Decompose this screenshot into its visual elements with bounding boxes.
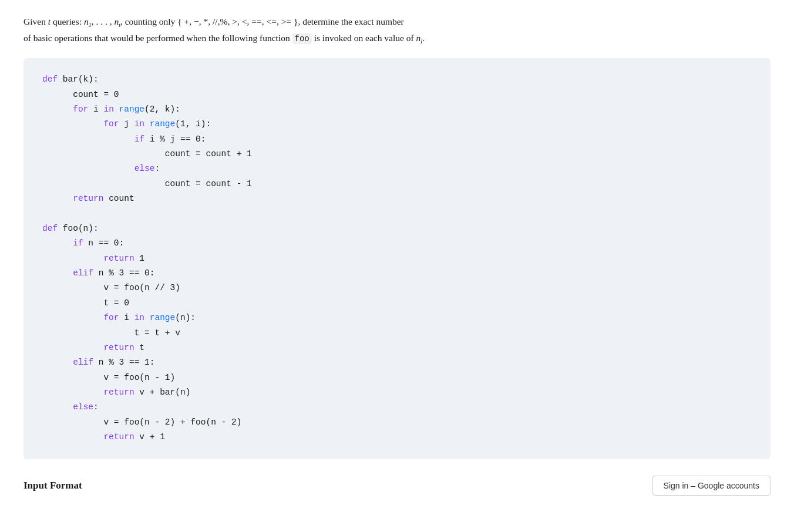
input-format-label: Input Format — [23, 477, 82, 493]
bottom-bar: Input Format Sign in – Google accounts — [23, 476, 771, 496]
code-line-17: t = t + v — [42, 326, 752, 341]
code-line-2: count = 0 — [42, 87, 752, 102]
foo-reference: foo — [292, 33, 312, 44]
code-line-1: def bar(k): — [42, 72, 752, 87]
code-line-7: else: — [42, 161, 752, 176]
code-line-6: count = count + 1 — [42, 147, 752, 161]
code-line-blank — [42, 207, 752, 221]
code-line-21: return v + bar(n) — [42, 385, 752, 400]
ni-variable: ni — [416, 33, 423, 43]
code-line-12: return 1 — [42, 251, 752, 266]
code-line-22: else: — [42, 400, 752, 415]
nt-variable: nt — [114, 16, 120, 26]
code-line-11: if n == 0: — [42, 236, 752, 251]
code-line-14: v = foo(n // 3) — [42, 281, 752, 295]
code-line-4: for j in range(1, i): — [42, 117, 752, 132]
code-line-10: def foo(n): — [42, 221, 752, 236]
n1-variable: n1 — [84, 16, 92, 26]
code-line-13: elif n % 3 == 0: — [42, 266, 752, 281]
code-line-3: for i in range(2, k): — [42, 102, 752, 117]
code-line-8: count = count - 1 — [42, 177, 752, 191]
code-line-24: return v + 1 — [42, 430, 752, 445]
problem-description: Given t queries: n1, . . . , nt, countin… — [23, 14, 771, 46]
code-line-18: return t — [42, 341, 752, 355]
problem-statement: Given t queries: n1, . . . , nt, countin… — [23, 14, 771, 496]
code-line-19: elif n % 3 == 1: — [42, 355, 752, 370]
t-variable: t — [48, 16, 51, 26]
code-block: def bar(k): count = 0 for i in range(2, … — [23, 58, 771, 459]
code-line-15: t = 0 — [42, 296, 752, 311]
code-line-5: if i % j == 0: — [42, 132, 752, 147]
sign-in-button[interactable]: Sign in – Google accounts — [652, 476, 771, 496]
code-line-9: return count — [42, 191, 752, 206]
code-line-20: v = foo(n - 1) — [42, 371, 752, 385]
code-line-16: for i in range(n): — [42, 311, 752, 325]
code-line-23: v = foo(n - 2) + foo(n - 2) — [42, 415, 752, 430]
